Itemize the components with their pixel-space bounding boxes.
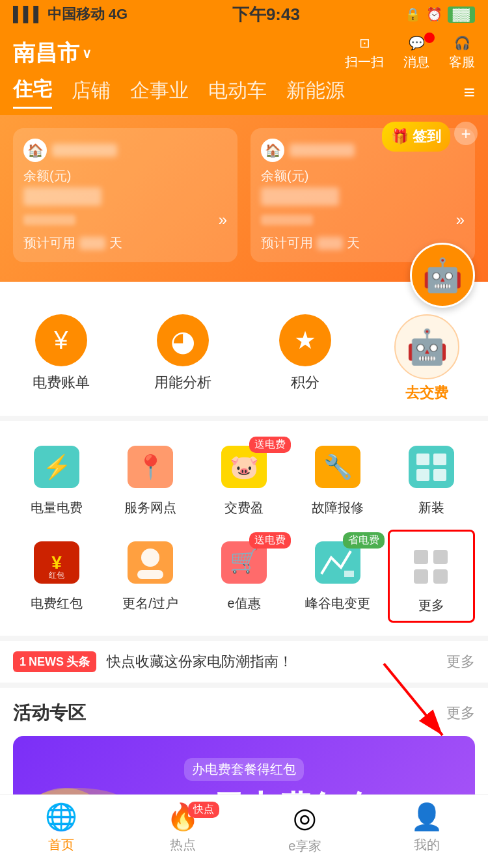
city-chevron-icon: ∨	[82, 46, 92, 61]
scan-label: 扫一扫	[345, 53, 384, 71]
news-number: 1	[20, 655, 26, 669]
analysis-label: 用能分析	[154, 373, 211, 392]
nav-ejia[interactable]: ◎ e享家	[244, 802, 366, 855]
status-left: ▌▌▌ 中国移动 4G	[13, 5, 128, 24]
svg-text:🐷: 🐷	[230, 453, 259, 481]
install-label: 新装	[418, 499, 444, 517]
repair-label: 故障报修	[312, 499, 364, 517]
service-install[interactable]: 新装	[388, 434, 475, 523]
menu-icon[interactable]: ≡	[463, 81, 475, 103]
svg-rect-8	[409, 446, 454, 488]
activities-header: 活动专区 更多	[13, 701, 475, 726]
status-bar: ▌▌▌ 中国移动 4G 下午9:43 🔒 ⏰ ▓▓	[0, 0, 488, 29]
more-label: 更多	[418, 597, 444, 614]
service-piggy[interactable]: 送电费 🐷 交费盈	[200, 434, 288, 523]
city-selector[interactable]: 南昌市 ∨	[13, 38, 92, 68]
sign-in-button[interactable]: 🎁 签到	[382, 122, 450, 152]
quick-action-pay[interactable]: 🤖 去交费	[375, 314, 479, 403]
quick-action-points[interactable]: ★ 积分	[253, 314, 357, 392]
tab-new-energy[interactable]: 新能源	[286, 77, 345, 108]
home-icon-2: 🏠	[261, 139, 284, 162]
city-name: 南昌市	[13, 38, 79, 68]
service-rename[interactable]: 更名/过户	[107, 530, 194, 623]
scan-button[interactable]: ⊡ 扫一扫	[345, 35, 384, 71]
news-bar[interactable]: 1 NEWS 头条 快点收藏这份家电防潮指南！ 更多	[0, 641, 488, 688]
redpacket-icon: ¥ 红包	[27, 536, 86, 588]
tab-residential[interactable]: 住宅	[13, 76, 52, 109]
services-section: ⚡ 电量电费 📍 服务网点 送电费 🐷 交费	[0, 421, 488, 641]
days-value-2	[317, 237, 343, 250]
balance-label-1: 余额(元)	[23, 167, 227, 185]
tab-store[interactable]: 店铺	[72, 77, 111, 108]
svg-point-17	[141, 549, 159, 567]
pay-label: 去交费	[405, 383, 448, 403]
mine-nav-icon: 👤	[411, 802, 443, 832]
nav-hot[interactable]: 🔥 快点 热点	[122, 802, 245, 855]
message-icon: 💬	[409, 35, 425, 51]
carrier: 中国移动	[47, 5, 105, 24]
account-card-1-header: 🏠	[23, 139, 227, 162]
nav-mine[interactable]: 👤 我的	[366, 802, 489, 855]
scan-icon: ⊡	[359, 35, 370, 51]
nav-home[interactable]: 🌐 首页	[0, 802, 122, 855]
news-label-text: NEWS	[29, 655, 64, 669]
service-redpacket[interactable]: ¥ 红包 电费红包	[13, 530, 100, 623]
add-account-button[interactable]: +	[454, 122, 478, 145]
news-more[interactable]: 更多	[446, 652, 475, 671]
peak-badge: 省电费	[343, 532, 385, 549]
svg-rect-11	[416, 469, 429, 481]
tab-ev[interactable]: 电动车	[208, 77, 267, 108]
activities-more[interactable]: 更多	[446, 703, 475, 723]
gift-icon: 🎁	[391, 128, 409, 145]
rename-label: 更名/过户	[122, 595, 178, 612]
points-label: 积分	[291, 373, 319, 392]
network-label: 服务网点	[124, 499, 176, 517]
discount-label: e值惠	[227, 595, 260, 612]
bill-icon: ¥	[35, 314, 87, 366]
services-row-2: ¥ 红包 电费红包 更名/过户 送电费 🛒	[13, 530, 475, 623]
service-discount[interactable]: 送电费 🛒 e值惠	[200, 530, 288, 623]
balance-label-2: 余额(元)	[261, 167, 465, 185]
account-name-2	[290, 144, 355, 157]
svg-text:¥: ¥	[51, 552, 62, 573]
services-row-1: ⚡ 电量电费 📍 服务网点 送电费 🐷 交费	[13, 434, 475, 523]
home-nav-icon: 🌐	[45, 802, 77, 832]
home-icon-1: 🏠	[23, 139, 47, 162]
service-more[interactable]: 更多	[388, 530, 475, 623]
electricity-icon: ⚡	[27, 441, 86, 493]
message-badge	[424, 33, 435, 43]
tab-enterprise[interactable]: 企事业	[130, 77, 189, 108]
repair-icon: 🔧	[308, 441, 367, 493]
service-network[interactable]: 📍 服务网点	[107, 434, 194, 523]
balance-value-2	[261, 187, 339, 206]
bottom-nav: 🌐 首页 🔥 快点 热点 ◎ e享家 👤 我的	[0, 794, 488, 868]
service-label: 客服	[449, 53, 475, 71]
mine-nav-label: 我的	[414, 836, 440, 854]
service-button[interactable]: 🎧 客服	[449, 35, 475, 71]
piggy-label: 交费盈	[224, 499, 264, 517]
account-arrow-1: »	[219, 211, 227, 229]
service-icon: 🎧	[454, 35, 470, 51]
svg-rect-9	[416, 454, 429, 465]
redpacket-label: 电费红包	[31, 595, 83, 612]
days-value-1	[79, 237, 105, 250]
network-type: 4G	[109, 6, 128, 23]
service-peak[interactable]: 省电费 峰谷电变更	[294, 530, 381, 623]
robot-button[interactable]: 🤖	[410, 243, 475, 308]
quick-action-bill[interactable]: ¥ 电费账单	[9, 314, 113, 392]
message-button[interactable]: 💬 消息	[403, 35, 429, 71]
account-card-1[interactable]: 🏠 余额(元) » 预计可用 天	[13, 128, 237, 262]
svg-text:🛒: 🛒	[230, 547, 259, 575]
robot-icon: 🤖	[410, 243, 475, 308]
battery-icon: ▓▓	[448, 7, 475, 23]
discount-badge: 送电费	[249, 532, 291, 549]
ejia-nav-icon: ◎	[293, 802, 317, 834]
account-section: + 🏠 余额(元) » 预计可用 天 🏠	[0, 115, 488, 282]
alarm-icon: ⏰	[426, 7, 442, 22]
quick-action-analysis[interactable]: ◕ 用能分析	[131, 314, 235, 392]
lock-icon: 🔒	[405, 7, 421, 22]
service-repair[interactable]: 🔧 故障报修	[294, 434, 381, 523]
app-header: 南昌市 ∨ ⊡ 扫一扫 💬 消息 🎧 客服	[0, 29, 488, 71]
service-electricity[interactable]: ⚡ 电量电费	[13, 434, 100, 523]
hot-nav-label: 热点	[170, 836, 196, 854]
